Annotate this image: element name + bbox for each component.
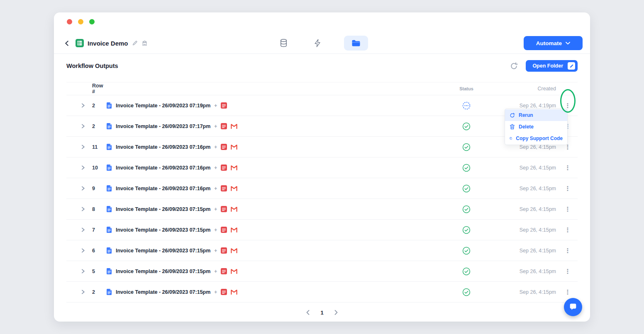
status-cell: [450, 288, 483, 296]
menu-item-delete[interactable]: Delete: [505, 121, 567, 133]
menu-item-label: Delete: [519, 124, 534, 130]
file-name[interactable]: Invoice Template - 26/09/2023 07:16pm: [116, 144, 210, 150]
row-number: 2: [88, 289, 106, 295]
file-name[interactable]: Invoice Template - 26/09/2023 07:15pm: [116, 289, 210, 295]
table-header: Row # Status Created: [66, 82, 578, 95]
plus-separator: +: [214, 123, 217, 129]
row-menu-kebab[interactable]: ⋮: [558, 102, 578, 109]
menu-item-label: Copy Support Code: [516, 136, 563, 141]
pdf-icon: [221, 185, 227, 191]
table-row: 2 Invoice Template - 26/09/2023 07:19pm …: [66, 95, 578, 116]
minimize-window-button[interactable]: [78, 19, 83, 24]
file-name[interactable]: Invoice Template - 26/09/2023 07:16pm: [116, 165, 210, 171]
row-menu-kebab[interactable]: ⋮: [558, 288, 578, 296]
view-switcher: [276, 36, 368, 51]
chat-launcher-button[interactable]: [564, 298, 582, 316]
refresh-icon: [510, 62, 518, 70]
row-menu-kebab[interactable]: ⋮: [558, 185, 578, 192]
chevron-right-icon: [80, 123, 85, 129]
file-cell: Invoice Template - 26/09/2023 07:15pm +: [106, 226, 450, 233]
document-icon: [106, 247, 112, 254]
pdf-icon: [221, 206, 227, 212]
open-folder-button[interactable]: Open Folder: [526, 60, 578, 72]
row-expand-chevron[interactable]: [78, 289, 88, 295]
file-cell: Invoice Template - 26/09/2023 07:15pm +: [106, 247, 450, 254]
file-cell: Invoice Template - 26/09/2023 07:16pm +: [106, 185, 450, 192]
file-name[interactable]: Invoice Template - 26/09/2023 07:17pm: [116, 123, 210, 129]
automate-button[interactable]: Automate: [524, 36, 583, 50]
pdf-icon: [221, 247, 227, 254]
zoom-window-button[interactable]: [89, 19, 95, 24]
status-success-icon: [462, 288, 471, 296]
chevron-right-icon: [80, 289, 85, 295]
gmail-icon: [231, 269, 237, 274]
created-timestamp: Sep 26, 4:15pm: [483, 227, 558, 233]
row-expand-chevron[interactable]: [78, 165, 88, 170]
plus-separator: +: [214, 269, 217, 274]
gmail-icon: [231, 165, 237, 170]
close-window-button[interactable]: [67, 19, 72, 24]
file-name[interactable]: Invoice Template - 26/09/2023 07:19pm: [116, 103, 210, 109]
row-expand-chevron[interactable]: [78, 248, 88, 253]
file-name[interactable]: Invoice Template - 26/09/2023 07:16pm: [116, 186, 210, 191]
menu-item-rerun[interactable]: Rerun: [505, 109, 567, 121]
row-number: 9: [88, 186, 106, 191]
lightning-icon: [313, 38, 322, 48]
pdf-icon: [221, 144, 227, 150]
plus-separator: +: [214, 165, 217, 171]
file-name[interactable]: Invoice Template - 26/09/2023 07:15pm: [116, 269, 210, 274]
file-name[interactable]: Invoice Template - 26/09/2023 07:15pm: [116, 227, 210, 233]
back-button[interactable]: [61, 38, 72, 48]
row-expand-chevron[interactable]: [78, 206, 88, 212]
row-expand-chevron[interactable]: [78, 103, 88, 108]
tab-source-data[interactable]: [276, 36, 291, 51]
status-success-icon: [462, 226, 471, 234]
chevron-right-icon: [80, 206, 85, 212]
table-row: 2 Invoice Template - 26/09/2023 07:17pm …: [66, 116, 578, 137]
row-expand-chevron[interactable]: [78, 144, 88, 150]
gmail-icon: [231, 289, 237, 295]
row-menu-kebab[interactable]: ⋮: [558, 268, 578, 275]
row-menu-kebab[interactable]: ⋮: [558, 164, 578, 172]
row-menu-kebab[interactable]: ⋮: [558, 206, 578, 213]
row-expand-chevron[interactable]: [78, 123, 88, 129]
chevron-right-icon: [334, 310, 339, 315]
row-expand-chevron[interactable]: [78, 227, 88, 232]
row-menu-kebab[interactable]: ⋮: [558, 247, 578, 254]
plus-separator: +: [214, 206, 217, 212]
row-expand-chevron[interactable]: [78, 269, 88, 274]
file-cell: Invoice Template - 26/09/2023 07:19pm +: [106, 102, 450, 109]
previous-page-button[interactable]: [305, 310, 310, 315]
created-timestamp: Sep 26, 4:15pm: [483, 206, 558, 212]
row-menu-kebab[interactable]: ⋮: [558, 226, 578, 234]
status-cell: [450, 143, 483, 151]
chevron-right-icon: [80, 144, 85, 150]
copy-icon: [510, 136, 512, 141]
row-expand-chevron[interactable]: [78, 186, 88, 191]
row-number: 10: [88, 165, 106, 171]
created-timestamp: Sep 26, 4:15pm: [483, 248, 558, 254]
refresh-button[interactable]: [509, 61, 518, 70]
rename-button[interactable]: [132, 40, 138, 46]
tab-workflow[interactable]: [310, 36, 325, 51]
menu-item-copy-support-code[interactable]: Copy Support Code: [505, 133, 567, 144]
menu-item-label: Rerun: [519, 112, 533, 118]
plus-separator: +: [214, 103, 217, 109]
pdf-icon: [221, 102, 227, 109]
next-page-button[interactable]: [334, 310, 339, 315]
status-success-icon: [462, 122, 471, 131]
table-row: 5 Invoice Template - 26/09/2023 07:15pm …: [66, 261, 578, 282]
created-timestamp: Sep 26, 4:15pm: [483, 269, 558, 274]
tab-outputs[interactable]: [344, 36, 368, 51]
app-window: Invoice Demo Automate: [54, 12, 590, 322]
window-controls: [67, 19, 95, 24]
document-icon: [106, 288, 112, 295]
document-icon: [106, 268, 112, 275]
chevron-left-icon: [305, 310, 310, 315]
plus-separator: +: [214, 144, 217, 150]
row-number: 8: [88, 206, 106, 212]
table-row: 9 Invoice Template - 26/09/2023 07:16pm …: [66, 178, 578, 199]
workspace-button[interactable]: [141, 40, 148, 46]
file-name[interactable]: Invoice Template - 26/09/2023 07:15pm: [116, 206, 210, 212]
file-name[interactable]: Invoice Template - 26/09/2023 07:15pm: [116, 248, 210, 254]
